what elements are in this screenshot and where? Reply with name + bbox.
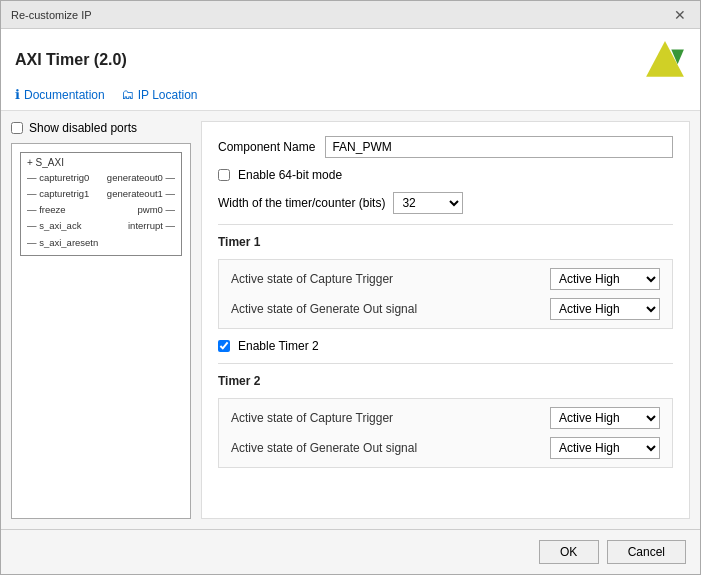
ok-button[interactable]: OK (539, 540, 599, 564)
width-row: Width of the timer/counter (bits) 32 64 (218, 192, 673, 214)
right-panel: Component Name Enable 64-bit mode Width … (201, 121, 690, 519)
timer1-generate-row: Active state of Generate Out signal Acti… (231, 298, 660, 320)
right-ports: generateout0 — generateout1 — pwm0 — int… (107, 170, 175, 251)
timer1-generate-label: Active state of Generate Out signal (231, 302, 550, 316)
timer2-capture-label: Active state of Capture Trigger (231, 411, 550, 425)
width-select[interactable]: 32 64 (393, 192, 463, 214)
component-name-row: Component Name (218, 136, 673, 158)
timer2-generate-label: Active state of Generate Out signal (231, 441, 550, 455)
enable-64bit-row: Enable 64-bit mode (218, 168, 673, 182)
timer2-capture-row: Active state of Capture Trigger Active H… (231, 407, 660, 429)
width-label: Width of the timer/counter (bits) (218, 196, 385, 210)
documentation-link[interactable]: ℹ Documentation (15, 87, 105, 102)
enable-64bit-label: Enable 64-bit mode (238, 168, 342, 182)
ip-location-link[interactable]: 🗂 IP Location (121, 87, 198, 102)
header-area: AXI Timer (2.0) ℹ Documentation 🗂 IP Loc… (1, 29, 700, 111)
port-generateout0: generateout0 — (107, 170, 175, 186)
title-bar: Re-customize IP ✕ (1, 1, 700, 29)
documentation-label: Documentation (24, 88, 105, 102)
divider-1 (218, 224, 673, 225)
left-ports: — capturetrig0 — capturetrig1 — freeze —… (27, 170, 98, 251)
enable-64bit-checkbox[interactable] (218, 169, 230, 181)
port-s-axi-aresetn: — s_axi_aresetn (27, 235, 98, 251)
cancel-button[interactable]: Cancel (607, 540, 686, 564)
left-panel: Show disabled ports + S_AXI — capturetri… (11, 121, 191, 519)
timer1-capture-label: Active state of Capture Trigger (231, 272, 550, 286)
timer2-generate-select[interactable]: Active High Active Low (550, 437, 660, 459)
nav-links: ℹ Documentation 🗂 IP Location (15, 87, 686, 102)
timer2-title: Timer 2 (218, 374, 673, 388)
timer1-generate-select[interactable]: Active High Active Low (550, 298, 660, 320)
enable-timer2-row: Enable Timer 2 (218, 339, 673, 353)
logo-icon (644, 39, 686, 81)
title-bar-text: Re-customize IP (11, 9, 92, 21)
timer2-capture-select[interactable]: Active High Active Low (550, 407, 660, 429)
s-axi-label: + S_AXI (27, 157, 175, 168)
timer1-section: Active state of Capture Trigger Active H… (218, 259, 673, 329)
show-disabled-checkbox[interactable] (11, 122, 23, 134)
timer2-generate-row: Active state of Generate Out signal Acti… (231, 437, 660, 459)
show-disabled-row: Show disabled ports (11, 121, 191, 135)
ip-location-label: IP Location (138, 88, 198, 102)
port-s-axi-ack: — s_axi_ack (27, 218, 98, 234)
port-pwm0: pwm0 — (107, 202, 175, 218)
block-diagram: + S_AXI — capturetrig0 — capturetrig1 — … (11, 143, 191, 519)
divider-2 (218, 363, 673, 364)
dialog: Re-customize IP ✕ AXI Timer (2.0) ℹ Docu… (0, 0, 701, 575)
app-title: AXI Timer (2.0) (15, 51, 127, 69)
port-capturetrig0: — capturetrig0 (27, 170, 98, 186)
port-capturetrig1: — capturetrig1 (27, 186, 98, 202)
port-freeze: — freeze (27, 202, 98, 218)
timer1-title: Timer 1 (218, 235, 673, 249)
show-disabled-label: Show disabled ports (29, 121, 137, 135)
close-button[interactable]: ✕ (670, 8, 690, 22)
port-generateout1: generateout1 — (107, 186, 175, 202)
timer1-capture-select[interactable]: Active High Active Low (550, 268, 660, 290)
block-inner: + S_AXI — capturetrig0 — capturetrig1 — … (20, 152, 182, 256)
enable-timer2-checkbox[interactable] (218, 340, 230, 352)
enable-timer2-label: Enable Timer 2 (238, 339, 319, 353)
component-name-input[interactable] (325, 136, 673, 158)
component-name-label: Component Name (218, 140, 315, 154)
footer: OK Cancel (1, 529, 700, 574)
timer2-section: Active state of Capture Trigger Active H… (218, 398, 673, 468)
info-icon: ℹ (15, 87, 20, 102)
timer1-capture-row: Active state of Capture Trigger Active H… (231, 268, 660, 290)
content-area: Show disabled ports + S_AXI — capturetri… (1, 111, 700, 529)
folder-icon: 🗂 (121, 87, 134, 102)
port-interrupt: interrupt — (107, 218, 175, 234)
